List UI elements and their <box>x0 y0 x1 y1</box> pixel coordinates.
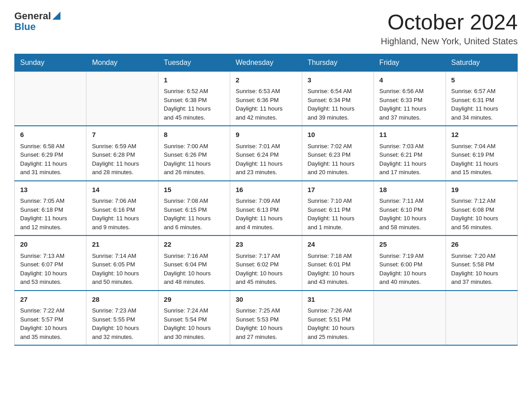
calendar-cell: 1Sunrise: 6:52 AMSunset: 6:38 PMDaylight… <box>158 71 230 126</box>
day-info: Sunrise: 7:14 AM <box>92 252 152 261</box>
calendar-week-4: 20Sunrise: 7:13 AMSunset: 6:07 PMDayligh… <box>15 235 518 291</box>
calendar-cell: 14Sunrise: 7:06 AMSunset: 6:16 PMDayligh… <box>86 181 158 236</box>
calendar-cell: 12Sunrise: 7:04 AMSunset: 6:19 PMDayligh… <box>446 126 517 181</box>
weekday-header-tuesday: Tuesday <box>158 54 230 71</box>
day-info: Sunset: 6:23 PM <box>308 150 368 159</box>
day-info: Daylight: 11 hours <box>308 159 368 168</box>
day-info: Sunrise: 6:58 AM <box>20 142 81 151</box>
day-number: 26 <box>451 240 512 250</box>
day-info: Sunrise: 7:18 AM <box>308 252 368 261</box>
day-info: and 32 minutes. <box>92 333 152 342</box>
day-number: 29 <box>164 295 224 305</box>
day-info: Sunrise: 7:02 AM <box>308 142 368 151</box>
day-info: Sunset: 6:01 PM <box>308 260 368 269</box>
day-info: and 42 minutes. <box>236 113 296 122</box>
weekday-header-sunday: Sunday <box>15 54 86 71</box>
day-info: Daylight: 11 hours <box>236 104 296 113</box>
day-number: 28 <box>92 295 152 305</box>
day-number: 19 <box>451 185 512 195</box>
day-info: Daylight: 10 hours <box>164 269 224 278</box>
day-info: and 12 minutes. <box>20 223 81 232</box>
day-info: Daylight: 10 hours <box>379 214 440 223</box>
day-info: Sunset: 6:07 PM <box>20 260 81 269</box>
calendar-cell: 29Sunrise: 7:24 AMSunset: 5:54 PMDayligh… <box>158 291 230 346</box>
day-number: 21 <box>92 240 152 250</box>
day-info: Daylight: 11 hours <box>308 214 368 223</box>
calendar-cell: 30Sunrise: 7:25 AMSunset: 5:53 PMDayligh… <box>230 291 302 346</box>
day-info: and 15 minutes. <box>451 168 512 177</box>
calendar-cell: 4Sunrise: 6:56 AMSunset: 6:33 PMDaylight… <box>374 71 446 126</box>
day-number: 15 <box>164 185 224 195</box>
day-info: Daylight: 11 hours <box>164 159 224 168</box>
day-info: and 20 minutes. <box>308 168 368 177</box>
calendar-cell: 18Sunrise: 7:11 AMSunset: 6:10 PMDayligh… <box>374 181 446 236</box>
day-number: 22 <box>164 240 224 250</box>
calendar-cell: 16Sunrise: 7:09 AMSunset: 6:13 PMDayligh… <box>230 181 302 236</box>
day-info: Sunset: 6:38 PM <box>164 96 224 105</box>
day-info: Sunset: 5:51 PM <box>308 315 368 324</box>
day-info: Sunrise: 7:12 AM <box>451 197 512 206</box>
day-info: Daylight: 10 hours <box>451 214 512 223</box>
day-info: Daylight: 10 hours <box>236 269 296 278</box>
calendar-cell: 27Sunrise: 7:22 AMSunset: 5:57 PMDayligh… <box>15 291 86 346</box>
day-info: Sunset: 6:16 PM <box>92 206 152 214</box>
calendar-cell: 28Sunrise: 7:23 AMSunset: 5:55 PMDayligh… <box>86 291 158 346</box>
calendar-cell: 20Sunrise: 7:13 AMSunset: 6:07 PMDayligh… <box>15 235 86 291</box>
day-info: Sunset: 6:31 PM <box>451 96 512 105</box>
day-info: Sunset: 5:55 PM <box>92 315 152 324</box>
calendar-week-1: 1Sunrise: 6:52 AMSunset: 6:38 PMDaylight… <box>15 71 518 126</box>
day-info: and 39 minutes. <box>308 113 368 122</box>
day-info: and 45 minutes. <box>236 278 296 287</box>
day-info: Daylight: 11 hours <box>164 104 224 113</box>
day-info: and 34 minutes. <box>451 113 512 122</box>
calendar-cell: 10Sunrise: 7:02 AMSunset: 6:23 PMDayligh… <box>302 126 373 181</box>
day-info: Daylight: 10 hours <box>379 269 440 278</box>
day-info: Daylight: 11 hours <box>451 159 512 168</box>
calendar-week-2: 6Sunrise: 6:58 AMSunset: 6:29 PMDaylight… <box>15 126 518 181</box>
day-info: Sunset: 5:53 PM <box>236 315 296 324</box>
day-info: Sunset: 6:04 PM <box>164 260 224 269</box>
calendar-cell: 15Sunrise: 7:08 AMSunset: 6:15 PMDayligh… <box>158 181 230 236</box>
day-info: Sunset: 6:34 PM <box>308 96 368 105</box>
day-info: Sunset: 6:29 PM <box>20 150 81 159</box>
weekday-header-saturday: Saturday <box>446 54 517 71</box>
weekday-header-thursday: Thursday <box>302 54 373 71</box>
day-number: 13 <box>20 185 81 195</box>
calendar-cell: 8Sunrise: 7:00 AMSunset: 6:26 PMDaylight… <box>158 126 230 181</box>
day-info: Sunset: 6:08 PM <box>451 206 512 214</box>
svg-marker-0 <box>52 12 60 20</box>
calendar-cell: 24Sunrise: 7:18 AMSunset: 6:01 PMDayligh… <box>302 235 373 291</box>
day-info: Sunset: 5:58 PM <box>451 260 512 269</box>
logo-blue: Blue <box>14 21 60 32</box>
day-number: 4 <box>379 75 440 86</box>
day-info: and 45 minutes. <box>164 113 224 122</box>
calendar-cell: 25Sunrise: 7:19 AMSunset: 6:00 PMDayligh… <box>374 235 446 291</box>
day-info: and 9 minutes. <box>92 223 152 232</box>
day-info: and 30 minutes. <box>164 333 224 342</box>
day-info: Sunset: 6:13 PM <box>236 206 296 214</box>
day-info: and 50 minutes. <box>92 278 152 287</box>
day-info: and 43 minutes. <box>308 278 368 287</box>
title-block: October 2024 Highland, New York, United … <box>381 11 518 47</box>
day-info: Sunrise: 7:09 AM <box>236 197 296 206</box>
calendar-cell: 21Sunrise: 7:14 AMSunset: 6:05 PMDayligh… <box>86 235 158 291</box>
day-info: and 28 minutes. <box>92 168 152 177</box>
day-info: Daylight: 10 hours <box>236 324 296 333</box>
day-info: and 37 minutes. <box>379 113 440 122</box>
day-info: Daylight: 10 hours <box>20 324 81 333</box>
weekday-header-row: SundayMondayTuesdayWednesdayThursdayFrid… <box>15 54 518 71</box>
day-info: Sunset: 6:24 PM <box>236 150 296 159</box>
day-info: Daylight: 11 hours <box>20 214 81 223</box>
day-number: 8 <box>164 130 224 140</box>
location-subtitle: Highland, New York, United States <box>381 36 518 47</box>
day-info: Daylight: 11 hours <box>20 159 81 168</box>
day-info: Sunrise: 7:08 AM <box>164 197 224 206</box>
day-info: Sunrise: 7:26 AM <box>308 306 368 315</box>
day-info: Sunset: 6:28 PM <box>92 150 152 159</box>
day-info: Sunset: 6:00 PM <box>379 260 440 269</box>
day-info: Sunrise: 7:19 AM <box>379 252 440 261</box>
day-info: and 26 minutes. <box>164 168 224 177</box>
calendar-cell <box>446 291 517 346</box>
day-info: Daylight: 11 hours <box>236 159 296 168</box>
calendar-cell: 11Sunrise: 7:03 AMSunset: 6:21 PMDayligh… <box>374 126 446 181</box>
